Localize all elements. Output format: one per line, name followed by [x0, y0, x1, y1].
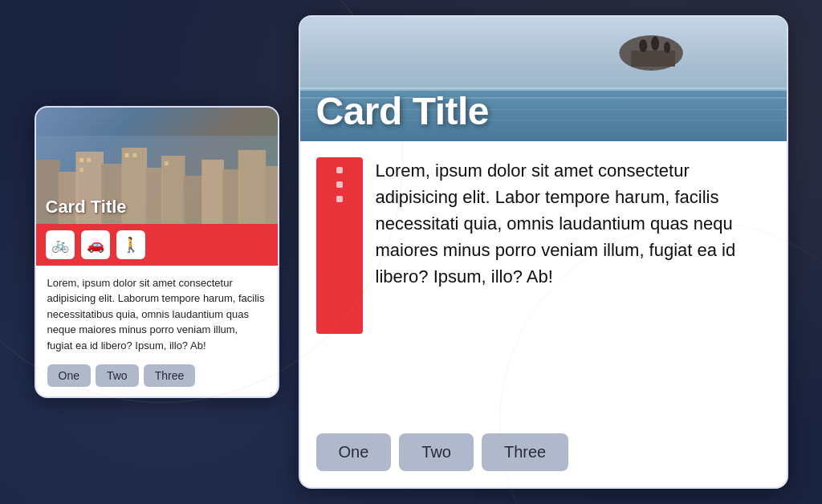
svg-rect-13: [79, 158, 83, 162]
small-card-btn-three[interactable]: Three: [144, 364, 196, 387]
small-card-body: Lorem, ipsum dolor sit amet consectetur …: [36, 266, 278, 397]
svg-rect-9: [201, 160, 224, 224]
large-card-content: Lorem, ipsum dolor sit amet consectetur …: [300, 141, 787, 433]
large-card-btn-three[interactable]: Three: [482, 433, 568, 471]
large-card-body-text: Lorem, ipsum dolor sit amet consectetur …: [376, 157, 771, 290]
svg-rect-8: [183, 176, 203, 224]
svg-rect-16: [124, 153, 128, 157]
small-card: Card Title 🚲 🚗 🚶 Lorem, ipsum dolor sit …: [35, 106, 279, 399]
svg-rect-18: [164, 161, 168, 165]
large-card-image: Card Title: [300, 17, 787, 141]
small-card-image: Card Title: [36, 108, 278, 224]
sidebar-dot-3: [336, 196, 343, 202]
svg-rect-23: [631, 51, 675, 67]
sidebar-dot-1: [336, 167, 343, 173]
svg-rect-12: [264, 166, 278, 224]
svg-point-25: [651, 36, 659, 51]
small-card-btn-two[interactable]: Two: [96, 364, 139, 387]
svg-rect-6: [145, 168, 163, 224]
svg-rect-11: [238, 150, 266, 224]
svg-rect-15: [79, 168, 83, 172]
small-card-icons-row: 🚲 🚗 🚶: [36, 224, 278, 266]
large-card-btn-one[interactable]: One: [316, 433, 392, 471]
large-card-footer: One Two Three: [300, 433, 787, 487]
small-card-body-text: Lorem, ipsum dolor sit amet consectetur …: [47, 275, 267, 354]
small-card-button-group: One Two Three: [47, 364, 267, 387]
svg-rect-10: [222, 169, 239, 224]
large-card-title: Card Title: [316, 89, 490, 133]
small-card-btn-one[interactable]: One: [47, 364, 91, 387]
large-card: Card Title Lorem, ipsum dolor sit amet c…: [299, 15, 788, 489]
svg-point-26: [664, 42, 670, 53]
small-card-title: Card Title: [46, 197, 127, 217]
large-card-sidebar: [316, 157, 363, 334]
walk-icon: 🚶: [116, 230, 145, 259]
svg-rect-7: [161, 156, 185, 224]
car-icon: 🚗: [81, 230, 110, 259]
bike-icon: 🚲: [46, 230, 75, 259]
sidebar-dot-2: [336, 181, 343, 188]
svg-rect-14: [87, 158, 91, 162]
svg-point-24: [639, 39, 647, 52]
svg-rect-17: [132, 153, 136, 157]
large-card-btn-two[interactable]: Two: [399, 433, 474, 471]
